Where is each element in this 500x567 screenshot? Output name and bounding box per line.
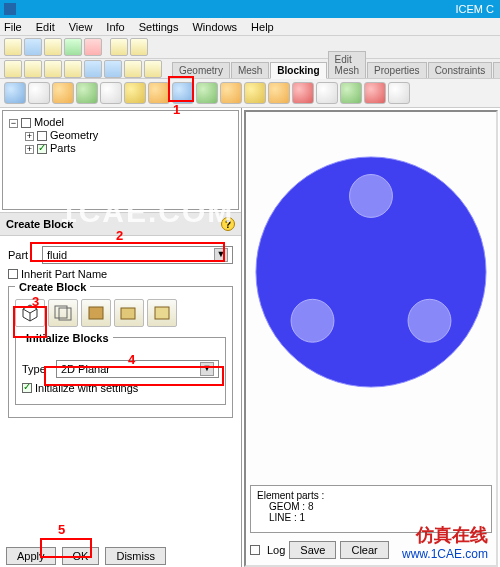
pan-icon[interactable] (44, 60, 62, 78)
tab-properties[interactable]: Properties (367, 62, 427, 78)
tab-constraints[interactable]: Constraints (428, 62, 493, 78)
status-line2: GEOM : 8 (269, 501, 485, 512)
model-tree[interactable]: −Model +Geometry +Parts (2, 110, 239, 210)
move-vertex-icon[interactable] (124, 82, 146, 104)
tool5-icon[interactable] (316, 82, 338, 104)
tree-root[interactable]: Model (34, 116, 64, 128)
init-settings-label: Initialize with settings (35, 382, 138, 394)
tool2-icon[interactable] (244, 82, 266, 104)
tree-check-on[interactable] (37, 144, 47, 154)
dismiss-button[interactable]: Dismiss (105, 547, 166, 565)
viewport[interactable]: Element parts : GEOM : 8 LINE : 1 Log Sa… (244, 110, 498, 567)
left-panel: −Model +Geometry +Parts Create Block ? P… (0, 108, 242, 567)
tree-expand-icon[interactable]: + (25, 132, 34, 141)
split-block-icon[interactable] (28, 82, 50, 104)
save-icon[interactable] (24, 38, 42, 56)
tree-expand-icon[interactable]: + (25, 145, 34, 154)
log-checkbox[interactable] (250, 545, 260, 555)
chevron-down-icon[interactable]: ▼ (214, 248, 228, 262)
cube-icon[interactable] (144, 60, 162, 78)
menu-file[interactable]: File (4, 21, 22, 33)
create-block-icon[interactable] (4, 82, 26, 104)
tree-collapse-icon[interactable]: − (9, 119, 18, 128)
app-title: ICEM C (456, 3, 495, 15)
svg-point-12 (408, 299, 451, 342)
blocking-toolbar (0, 79, 500, 108)
tree-check[interactable] (21, 118, 31, 128)
box-icon[interactable] (124, 60, 142, 78)
premesh-icon[interactable] (172, 82, 194, 104)
ok-button[interactable]: OK (62, 547, 100, 565)
save-as-icon[interactable] (44, 38, 62, 56)
undo-icon[interactable] (110, 38, 128, 56)
svg-line-2 (30, 309, 37, 313)
menu-settings[interactable]: Settings (139, 21, 179, 33)
transform-icon[interactable] (148, 82, 170, 104)
menu-info[interactable]: Info (106, 21, 124, 33)
svg-rect-6 (89, 307, 103, 319)
menu-bar: File Edit View Info Settings Windows Hel… (0, 18, 500, 36)
main-area: −Model +Geometry +Parts Create Block ? P… (0, 108, 500, 567)
ribbon-tabs: Geometry Mesh Blocking Edit Mesh Propert… (0, 59, 500, 79)
init-settings-checkbox[interactable] (22, 383, 32, 393)
menu-edit[interactable]: Edit (36, 21, 55, 33)
init-blocks-group: Initialize Blocks Type 2D Planar ▼ Initi… (15, 337, 226, 405)
panel-title-text: Create Block (6, 218, 73, 230)
help-icon[interactable]: ? (221, 217, 235, 231)
type-value: 2D Planar (61, 363, 110, 375)
tool6-icon[interactable] (388, 82, 410, 104)
init-block-icon[interactable] (15, 299, 45, 327)
apply-button[interactable]: Apply (6, 547, 56, 565)
group-title: Create Block (15, 281, 90, 293)
menu-help[interactable]: Help (251, 21, 274, 33)
brand-cn: 仿真在线 (402, 523, 488, 547)
save-button[interactable]: Save (289, 541, 336, 559)
tree-check[interactable] (37, 131, 47, 141)
tool4-icon[interactable] (292, 82, 314, 104)
zoom-icon[interactable] (4, 60, 22, 78)
tree-geometry[interactable]: Geometry (50, 129, 98, 141)
associate-icon[interactable] (100, 82, 122, 104)
type-dropdown[interactable]: 2D Planar ▼ (56, 360, 219, 378)
delete-block-icon[interactable] (364, 82, 386, 104)
tree-parts[interactable]: Parts (50, 142, 76, 154)
create-block-form: Part fluid ▼ Inherit Part Name Create Bl… (0, 236, 241, 543)
redo-icon[interactable] (130, 38, 148, 56)
rotate-icon[interactable] (64, 60, 82, 78)
tab-loads[interactable]: Loads (493, 62, 500, 78)
type-label: Type (22, 363, 56, 375)
panel-header: Create Block ? (0, 212, 241, 236)
create-block-group: Create Block Initialize Blocks Type 2D P… (8, 286, 233, 418)
wire-icon[interactable] (104, 60, 122, 78)
inherit-checkbox[interactable] (8, 269, 18, 279)
tool1-icon[interactable] (220, 82, 242, 104)
close-icon[interactable] (84, 38, 102, 56)
block-opt3-icon[interactable] (81, 299, 111, 327)
merge-block-icon[interactable] (52, 82, 74, 104)
import-icon[interactable] (64, 38, 82, 56)
tab-blocking[interactable]: Blocking (270, 62, 326, 79)
part-label: Part (8, 249, 42, 261)
part-dropdown[interactable]: fluid ▼ (42, 246, 233, 264)
block-opt2-icon[interactable] (48, 299, 78, 327)
block-opt5-icon[interactable] (147, 299, 177, 327)
tab-editmesh[interactable]: Edit Mesh (328, 51, 366, 78)
tab-geometry[interactable]: Geometry (172, 62, 230, 78)
svg-point-10 (350, 175, 393, 218)
tab-mesh[interactable]: Mesh (231, 62, 269, 78)
quality-icon[interactable] (196, 82, 218, 104)
tool3-icon[interactable] (268, 82, 290, 104)
menu-windows[interactable]: Windows (192, 21, 237, 33)
open-icon[interactable] (4, 38, 22, 56)
svg-line-1 (23, 309, 30, 313)
edit-block-icon[interactable] (76, 82, 98, 104)
block-opt4-icon[interactable] (114, 299, 144, 327)
fit-icon[interactable] (24, 60, 42, 78)
menu-view[interactable]: View (69, 21, 93, 33)
log-label: Log (267, 544, 285, 556)
check-icon[interactable] (340, 82, 362, 104)
block-type-icons (15, 299, 226, 327)
chevron-down-icon[interactable]: ▼ (200, 362, 214, 376)
shade-icon[interactable] (84, 60, 102, 78)
clear-button[interactable]: Clear (340, 541, 388, 559)
